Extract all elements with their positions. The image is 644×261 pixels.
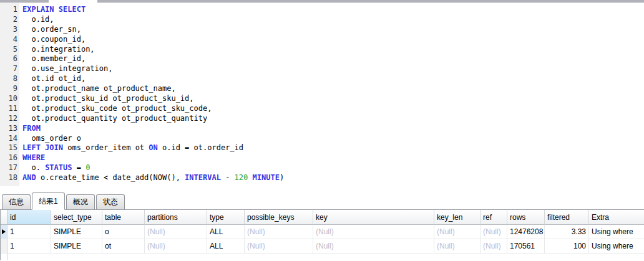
- line-number: 5: [0, 45, 17, 55]
- code-line[interactable]: AND o.create_time < date_add(NOW(), INTE…: [22, 173, 644, 183]
- cell-Extra[interactable]: Using where: [589, 225, 644, 239]
- cell-select_type[interactable]: SIMPLE: [51, 225, 102, 239]
- sql-keyword: LEFT JOIN: [22, 143, 63, 152]
- code-line[interactable]: o.id,: [22, 15, 644, 25]
- sql-keyword: STATUS: [45, 163, 72, 172]
- cell-key_len[interactable]: (Null): [434, 225, 481, 239]
- cell-type[interactable]: ALL: [207, 225, 245, 239]
- sql-keyword: SELECT: [59, 5, 85, 14]
- cell-filtered[interactable]: 3.33: [545, 225, 589, 239]
- sql-text: [54, 5, 59, 14]
- cell-table[interactable]: o: [102, 225, 145, 239]
- code-line[interactable]: o. STATUS = 0: [22, 163, 644, 173]
- sql-text: o.order_sn,: [22, 25, 81, 34]
- row-selector[interactable]: [1, 225, 7, 239]
- row-selector-header[interactable]: [1, 210, 7, 225]
- tab-messages[interactable]: 信息: [2, 194, 31, 209]
- column-header-ref[interactable]: ref: [481, 210, 507, 225]
- sql-text: o.create_time < date_add(NOW(),: [36, 173, 185, 182]
- cell-ref[interactable]: (Null): [481, 239, 507, 254]
- line-number: 6: [0, 54, 17, 64]
- column-header-filtered[interactable]: filtered: [545, 210, 589, 225]
- column-header-type[interactable]: type: [207, 210, 245, 225]
- tab-result1[interactable]: 结果1: [32, 192, 65, 210]
- code-line[interactable]: o.order_sn,: [22, 25, 644, 35]
- code-line[interactable]: ot.product_sku_code ot_product_sku_code,: [22, 104, 644, 114]
- cell-key[interactable]: (Null): [313, 225, 434, 239]
- column-header-table[interactable]: table: [102, 210, 145, 225]
- line-number: 12: [0, 114, 17, 124]
- sql-text: [248, 173, 252, 182]
- code-line[interactable]: ot.product_quantity ot_product_quantity: [22, 114, 644, 124]
- sql-keyword: AND: [22, 173, 36, 182]
- column-header-possible_keys[interactable]: possible_keys: [245, 210, 313, 225]
- cell-key[interactable]: (Null): [313, 239, 434, 254]
- column-header-id[interactable]: id: [7, 210, 51, 225]
- cell-id[interactable]: 1: [7, 225, 51, 239]
- sql-keyword: ON: [149, 143, 157, 152]
- cell-ref[interactable]: (Null): [481, 225, 507, 239]
- sql-text: -: [221, 173, 235, 182]
- column-header-rows[interactable]: rows: [507, 210, 545, 225]
- sql-number: 120: [235, 173, 248, 182]
- column-header-partitions[interactable]: partitions: [145, 210, 207, 225]
- tab-status[interactable]: 状态: [96, 194, 125, 209]
- sql-text: ot.product_sku_id ot_product_sku_id,: [22, 94, 194, 103]
- code-line[interactable]: WHERE: [22, 153, 644, 163]
- line-number: 8: [0, 74, 17, 84]
- sql-keyword: FROM: [22, 124, 41, 133]
- code-line[interactable]: FROM: [22, 124, 644, 134]
- sql-text: ot.product_quantity ot_product_quantity: [22, 114, 207, 123]
- code-line[interactable]: ot.id ot_id,: [22, 74, 644, 84]
- sql-text: o.coupon_id,: [22, 35, 85, 44]
- code-line[interactable]: ot.product_sku_id ot_product_sku_id,: [22, 94, 644, 104]
- sql-text: o.: [22, 163, 45, 172]
- line-number: 4: [0, 35, 17, 45]
- cell-possible_keys[interactable]: (Null): [245, 239, 313, 254]
- sql-text: =: [72, 163, 85, 172]
- row-selector[interactable]: [1, 239, 7, 254]
- cell-table[interactable]: ot: [102, 239, 145, 254]
- cell-filtered[interactable]: 100: [545, 239, 589, 254]
- sql-keyword: EXPLAIN: [22, 5, 54, 14]
- cell-partitions[interactable]: (Null): [145, 239, 207, 254]
- line-number: 3: [0, 25, 17, 35]
- sql-keyword: MINUTE: [253, 173, 280, 182]
- sql-keyword: INTERVAL: [185, 173, 221, 182]
- column-header-Extra[interactable]: Extra: [589, 210, 644, 225]
- code-line[interactable]: LEFT JOIN oms_order_item ot ON o.id = ot…: [22, 143, 644, 153]
- cell-possible_keys[interactable]: (Null): [245, 225, 313, 239]
- current-row-marker-icon: [2, 229, 6, 234]
- tab-profile[interactable]: 概况: [66, 194, 95, 209]
- line-number: 18: [0, 173, 17, 183]
- sql-text: o.id,: [22, 15, 54, 24]
- sql-text: o.id = ot.order_id: [158, 143, 243, 152]
- code-line[interactable]: ot.product_name ot_product_name,: [22, 84, 644, 94]
- sql-text: oms_order o: [22, 134, 81, 143]
- code-line[interactable]: o.coupon_id,: [22, 35, 644, 45]
- cell-partitions[interactable]: (Null): [145, 225, 207, 239]
- cell-type[interactable]: ALL: [207, 239, 245, 254]
- table-row: 1SIMPLEo(Null)ALL(Null)(Null)(Null)(Null…: [1, 225, 644, 239]
- line-number: 17: [0, 163, 17, 173]
- cell-select_type[interactable]: SIMPLE: [51, 239, 102, 254]
- column-header-key_len[interactable]: key_len: [434, 210, 481, 225]
- code-line[interactable]: EXPLAIN SELECT: [22, 5, 644, 15]
- code-line[interactable]: o.integration,: [22, 45, 644, 55]
- cell-Extra[interactable]: Using where: [589, 239, 644, 254]
- cell-id[interactable]: 1: [7, 239, 51, 254]
- code-line[interactable]: oms_order o: [22, 134, 644, 144]
- column-header-select_type[interactable]: select_type: [51, 210, 102, 225]
- cell-rows[interactable]: 12476208: [507, 225, 545, 239]
- cell-rows[interactable]: 170561: [507, 239, 545, 254]
- sql-editor[interactable]: 123456789101112131415161718 EXPLAIN SELE…: [0, 3, 644, 192]
- column-header-key[interactable]: key: [313, 210, 434, 225]
- cell-key_len[interactable]: (Null): [434, 239, 481, 254]
- line-number: 16: [0, 153, 17, 163]
- sql-text: o.member_id,: [22, 54, 85, 63]
- sql-keyword: WHERE: [22, 153, 45, 162]
- sql-code-area[interactable]: EXPLAIN SELECT o.id, o.order_sn, o.coupo…: [19, 3, 644, 183]
- line-number: 14: [0, 134, 17, 144]
- code-line[interactable]: o.member_id,: [22, 54, 644, 64]
- code-line[interactable]: o.use_integration,: [22, 64, 644, 74]
